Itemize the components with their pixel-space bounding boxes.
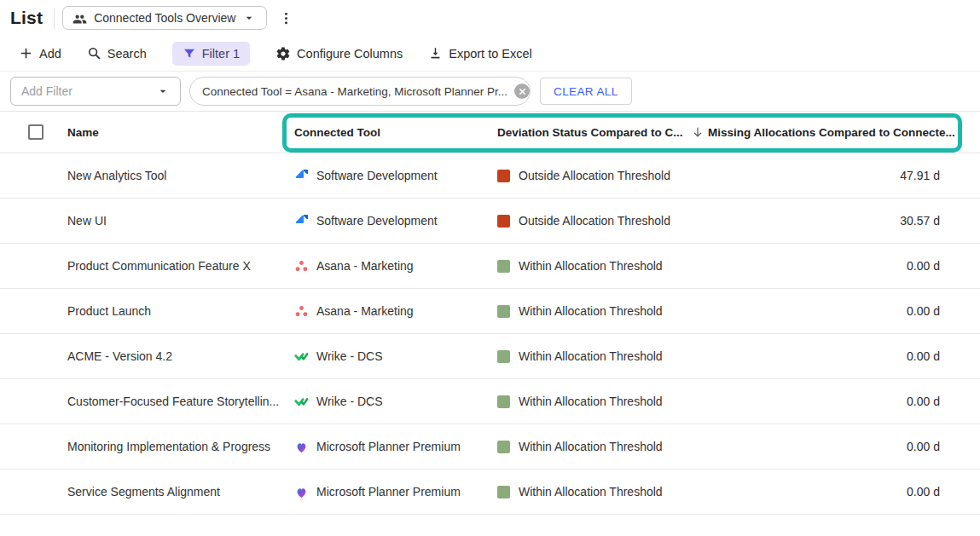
deviation-status-label: Outside Allocation Threshold: [519, 214, 670, 228]
page-title: List: [10, 8, 43, 28]
table-row[interactable]: Product Communication Feature X Asana - …: [0, 244, 980, 289]
gear-icon: [275, 46, 291, 61]
column-header-deviation-status[interactable]: Deviation Status Compared to C...: [497, 126, 691, 139]
project-name: ACME - Version 4.2: [67, 349, 294, 363]
missing-allocations-value: 47.91 d: [691, 169, 980, 182]
status-swatch: [497, 260, 510, 273]
connected-tool-cell: Asana - Marketing: [294, 304, 497, 319]
plus-icon: [19, 46, 33, 61]
deviation-status-label: Outside Allocation Threshold: [519, 169, 670, 182]
project-name: Product Launch: [67, 304, 294, 318]
header-divider: [54, 8, 55, 29]
status-swatch: [497, 395, 510, 408]
connected-tool-label: Wrike - DCS: [316, 395, 383, 408]
deviation-status-cell: Within Allocation Threshold: [497, 440, 691, 453]
status-swatch: [497, 350, 510, 363]
table-row[interactable]: ACME - Version 4.2 Wrike - DCS Within Al…: [0, 334, 980, 379]
add-filter-dropdown[interactable]: Add Filter: [10, 77, 181, 106]
table-row[interactable]: Product Launch Asana - Marketing Within …: [0, 289, 980, 334]
missing-allocations-value: 30.57 d: [691, 214, 980, 228]
connected-tool-label: Microsoft Planner Premium: [316, 440, 461, 453]
deviation-status-cell: Within Allocation Threshold: [497, 349, 691, 363]
column-header-name[interactable]: Name: [67, 126, 294, 139]
deviation-status-cell: Within Allocation Threshold: [497, 259, 691, 273]
table-row[interactable]: New Analytics Tool Software Development …: [0, 153, 980, 199]
toolbar: Add Search Filter 1 Configure Columns Ex…: [0, 36, 980, 72]
deviation-status-label: Within Allocation Threshold: [519, 395, 663, 408]
connected-tool-cell: Software Development: [294, 214, 497, 228]
filter-button-label: Filter 1: [202, 47, 240, 61]
deviation-status-label: Within Allocation Threshold: [519, 349, 663, 363]
status-swatch: [497, 215, 510, 228]
connected-tool-label: Software Development: [316, 214, 438, 228]
status-swatch: [497, 170, 510, 182]
filter-funnel-icon: [183, 47, 196, 61]
connected-tool-label: Software Development: [316, 169, 438, 182]
chevron-down-icon: [156, 84, 170, 98]
project-name: Product Communication Feature X: [67, 259, 294, 273]
table-row[interactable]: Service Segments Alignment Microsoft Pla…: [0, 470, 980, 515]
kebab-menu-icon[interactable]: [275, 8, 296, 28]
filter-bar: Add Filter Connected Tool = Asana - Mark…: [0, 72, 980, 112]
jira-icon: [294, 169, 309, 183]
connected-tool-cell: Software Development: [294, 169, 497, 183]
deviation-status-cell: Outside Allocation Threshold: [497, 169, 691, 182]
data-table: Name Connected Tool Deviation Status Com…: [0, 112, 980, 515]
deviation-status-cell: Within Allocation Threshold: [497, 485, 691, 499]
jira-icon: [294, 214, 309, 228]
deviation-status-label: Within Allocation Threshold: [519, 440, 663, 453]
status-swatch: [497, 305, 510, 318]
deviation-status-cell: Within Allocation Threshold: [497, 304, 691, 318]
people-icon: [72, 11, 87, 26]
sort-descending-icon: [691, 125, 705, 139]
table-header-row: Name Connected Tool Deviation Status Com…: [0, 112, 980, 153]
active-filter-chip[interactable]: Connected Tool = Asana - Marketing, Micr…: [189, 77, 531, 106]
deviation-status-label: Within Allocation Threshold: [519, 485, 663, 499]
search-button-label: Search: [107, 47, 147, 61]
filter-button[interactable]: Filter 1: [172, 42, 250, 66]
status-swatch: [497, 441, 510, 453]
status-swatch: [497, 486, 510, 499]
connected-tool-cell: Asana - Marketing: [294, 259, 497, 274]
table-row[interactable]: Monitoring Implementation & Progress Mic…: [0, 424, 980, 470]
clear-all-button[interactable]: CLEAR ALL: [540, 78, 632, 105]
table-row[interactable]: New UI Software Development Outside Allo…: [0, 199, 980, 244]
column-header-missing-allocations[interactable]: Missing Allocations Compared to Connecte…: [691, 125, 980, 139]
connected-tool-cell: Wrike - DCS: [294, 395, 497, 409]
export-to-excel-label: Export to Excel: [449, 47, 532, 61]
asana-icon: [294, 304, 309, 319]
filter-chip-label: Connected Tool = Asana - Marketing, Micr…: [202, 85, 507, 98]
project-name: Service Segments Alignment: [67, 485, 294, 499]
search-icon: [87, 46, 101, 61]
project-name: Customer-Focused Feature Storytellin...: [67, 395, 294, 408]
project-name: New Analytics Tool: [67, 169, 294, 182]
column-header-missing-label: Missing Allocations Compared to Connecte…: [708, 126, 955, 139]
missing-allocations-value: 0.00 d: [691, 485, 980, 499]
project-name: Monitoring Implementation & Progress: [67, 440, 294, 453]
add-button-label: Add: [39, 47, 61, 61]
view-selector-dropdown[interactable]: Connected Tools Overview: [62, 6, 267, 30]
missing-allocations-value: 0.00 d: [691, 395, 980, 408]
missing-allocations-value: 0.00 d: [691, 259, 980, 273]
connected-tool-label: Wrike - DCS: [316, 349, 383, 363]
add-button[interactable]: Add: [19, 46, 61, 61]
export-to-excel-button[interactable]: Export to Excel: [428, 46, 532, 61]
connected-tool-label: Asana - Marketing: [316, 259, 414, 273]
select-all-checkbox[interactable]: [28, 124, 43, 140]
deviation-status-cell: Outside Allocation Threshold: [497, 214, 691, 228]
remove-filter-icon[interactable]: [514, 84, 530, 99]
list-page: List Connected Tools Overview Add Search…: [0, 0, 980, 536]
deviation-status-cell: Within Allocation Threshold: [497, 395, 691, 408]
configure-columns-label: Configure Columns: [297, 47, 403, 61]
configure-columns-button[interactable]: Configure Columns: [275, 46, 403, 61]
connected-tool-cell: Microsoft Planner Premium: [294, 440, 497, 454]
wrike-icon: [294, 349, 309, 364]
column-header-connected-tool[interactable]: Connected Tool: [294, 126, 497, 139]
missing-allocations-value: 0.00 d: [691, 304, 980, 318]
table-row[interactable]: Customer-Focused Feature Storytellin... …: [0, 379, 980, 424]
search-button[interactable]: Search: [87, 46, 147, 61]
connected-tool-cell: Wrike - DCS: [294, 349, 497, 364]
view-selector-label: Connected Tools Overview: [94, 11, 235, 25]
add-filter-placeholder: Add Filter: [21, 84, 72, 98]
project-name: New UI: [67, 214, 294, 228]
